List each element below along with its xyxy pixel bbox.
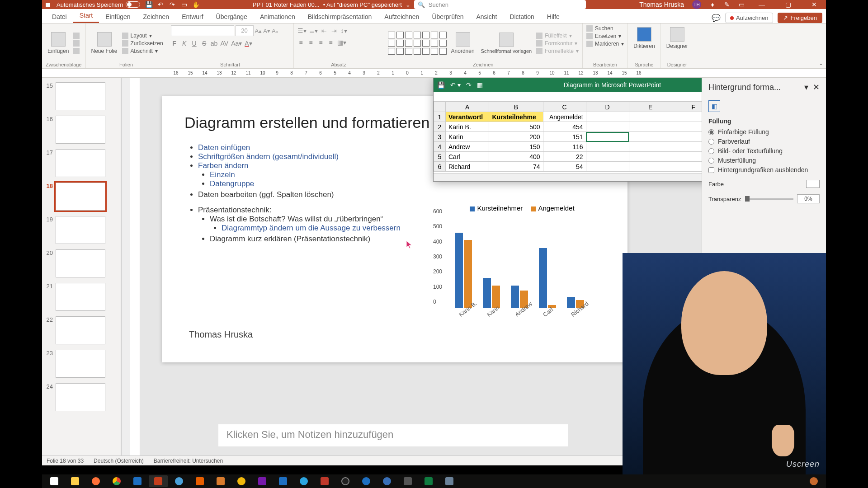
collapse-ribbon-icon[interactable]: ⌄ — [819, 60, 823, 66]
save-icon[interactable]: 💾 — [146, 1, 152, 8]
font-size-input[interactable]: 20 — [236, 25, 254, 36]
shape-effects-button[interactable]: Formeffekte ▾ — [536, 48, 579, 54]
slide-counter[interactable]: Folie 18 von 33 — [47, 458, 84, 464]
reset-button[interactable]: Zurücksetzen — [122, 40, 163, 47]
line-spacing-button[interactable]: ↕▾ — [340, 27, 348, 34]
spacing-button[interactable]: AV — [221, 40, 229, 47]
undo-icon[interactable]: ↶ — [157, 1, 164, 8]
clear-format-icon[interactable]: Aₓ — [272, 28, 278, 34]
section-button[interactable]: Abschnitt ▾ — [122, 48, 163, 54]
notes-pane[interactable]: Klicken Sie, um Notizen hinzuzufügen — [218, 424, 568, 446]
diamond-icon[interactable]: ♦ — [709, 1, 716, 8]
chart[interactable]: Kursteilnehmer Angemeldet 01002003004005… — [429, 204, 609, 335]
thumb-slide-19[interactable]: 19 — [42, 214, 121, 248]
copy-button[interactable] — [73, 40, 80, 47]
radio-gradient-fill[interactable]: Farbverlauf — [708, 138, 820, 145]
app-icon-6[interactable] — [440, 475, 459, 487]
autosave-toggle[interactable]: Automatisches Speichern — [57, 1, 140, 8]
find-button[interactable]: Suchen — [586, 25, 624, 32]
dw-undo-icon[interactable]: ↶ ▾ — [450, 81, 461, 89]
shapes-gallery[interactable] — [388, 32, 447, 55]
tab-datei[interactable]: Datei — [46, 10, 73, 23]
app-icon-3[interactable] — [232, 475, 251, 487]
data-grid[interactable]: ABCDEFG1VerantwortlKursteilnehmeAngemeld… — [434, 102, 702, 172]
save-location[interactable]: • Auf "diesem PC" gespeichert — [323, 1, 402, 8]
start-button[interactable] — [45, 475, 64, 487]
touch-icon[interactable]: ✋ — [193, 1, 199, 8]
increase-font-icon[interactable]: A▴ — [255, 28, 262, 34]
replace-button[interactable]: Ersetzen ▾ — [586, 33, 624, 39]
radio-solid-fill[interactable]: Einfarbige Füllung — [708, 128, 820, 136]
app-icon-k[interactable] — [315, 475, 334, 487]
italic-button[interactable]: K — [181, 40, 188, 47]
record-button[interactable]: Aufzeichnen — [725, 13, 774, 23]
decrease-font-icon[interactable]: A▾ — [263, 28, 270, 34]
file-name[interactable]: PPT 01 Roter Faden 00... — [253, 1, 320, 8]
comments-icon[interactable]: 💬 — [712, 14, 721, 22]
chrome-icon[interactable] — [107, 475, 126, 487]
thumb-slide-17[interactable]: 17 — [42, 147, 121, 181]
maximize-button[interactable]: ▢ — [779, 0, 797, 9]
arrange-button[interactable]: Anordnen — [449, 30, 476, 56]
chevron-down-icon[interactable]: ⌄ — [406, 1, 410, 8]
thumb-slide-21[interactable]: 21 — [42, 281, 121, 314]
cut-button[interactable] — [73, 33, 80, 39]
telegram-icon[interactable] — [294, 475, 313, 487]
language-status[interactable]: Deutsch (Österreich) — [94, 458, 144, 464]
close-button[interactable]: ✕ — [805, 0, 823, 9]
accessibility-status[interactable]: Barrierefreiheit: Untersuchen — [154, 458, 223, 464]
indent-dec-button[interactable]: ⇤ — [321, 27, 328, 34]
select-button[interactable]: Markieren ▾ — [586, 41, 624, 47]
excel-icon[interactable] — [419, 475, 438, 487]
app-icon-v[interactable] — [274, 475, 292, 487]
shadow-button[interactable]: ab — [211, 40, 218, 47]
thumb-slide-15[interactable]: 15 — [42, 80, 121, 114]
tab-entwurf[interactable]: Entwurf — [175, 10, 209, 23]
tab-ueberpruefen[interactable]: Überprüfen — [425, 10, 470, 23]
color-picker[interactable] — [806, 180, 820, 188]
paint-bucket-icon[interactable]: ◧ — [708, 100, 720, 112]
app-icon-2[interactable] — [211, 475, 230, 487]
windows-taskbar[interactable] — [42, 474, 826, 488]
outlook-icon[interactable] — [128, 475, 147, 487]
tab-uebergaenge[interactable]: Übergänge — [210, 10, 254, 23]
tab-zeichnen[interactable]: Zeichnen — [137, 10, 176, 23]
quick-styles-button[interactable]: Schnellformat vorlagen — [479, 31, 534, 56]
user-name[interactable]: Thomas Hruska — [639, 1, 684, 8]
transparency-value[interactable]: 0% — [797, 194, 820, 203]
search-input[interactable]: 🔍 Suchen — [414, 0, 586, 9]
thumb-slide-18[interactable]: 18 — [42, 181, 121, 214]
radio-pattern-fill[interactable]: Musterfüllung — [708, 157, 820, 164]
align-left-button[interactable]: ≡ — [297, 39, 305, 46]
dw-hscroll[interactable] — [434, 173, 702, 181]
tab-dictation[interactable]: Dictation — [503, 10, 540, 23]
columns-button[interactable]: ▥▾ — [337, 39, 346, 46]
minimize-button[interactable]: — — [753, 0, 771, 9]
designer-button[interactable]: Designer — [665, 25, 690, 51]
app-icon-5[interactable] — [377, 475, 396, 487]
thumb-slide-16[interactable]: 16 — [42, 114, 121, 147]
share-button[interactable]: ↗Freigeben — [778, 13, 822, 23]
firefox-icon[interactable] — [86, 475, 105, 487]
shape-fill-button[interactable]: Fülleffekt ▾ — [536, 33, 579, 39]
align-justify-button[interactable]: ≡ — [327, 39, 335, 46]
layout-button[interactable]: Layout ▾ — [122, 33, 163, 39]
indent-inc-button[interactable]: ⇥ — [330, 27, 338, 34]
bold-button[interactable]: F — [171, 40, 178, 47]
obs-icon[interactable] — [336, 475, 355, 487]
vlc-icon[interactable] — [190, 475, 209, 487]
tab-hilfe[interactable]: Hilfe — [541, 10, 566, 23]
tab-ansicht[interactable]: Ansicht — [470, 10, 503, 23]
pen-icon[interactable]: ✎ — [724, 1, 730, 8]
avatar[interactable]: TH — [692, 0, 701, 9]
onenote-icon[interactable] — [253, 475, 272, 487]
slide-thumbnails[interactable]: 15161718192021222324 — [42, 78, 121, 455]
tab-animationen[interactable]: Animationen — [254, 10, 302, 23]
font-name-input[interactable] — [171, 25, 234, 36]
redo-icon[interactable]: ↷ — [169, 1, 175, 8]
tray-icon[interactable] — [804, 475, 823, 487]
fill-section-header[interactable]: Füllung — [708, 117, 820, 125]
transparency-slider[interactable] — [745, 198, 794, 200]
chart-data-window[interactable]: 💾 ↶ ▾ ↷ ▦ Diagramm in Microsoft PowerPoi… — [433, 78, 702, 182]
strike-button[interactable]: S — [201, 40, 208, 47]
